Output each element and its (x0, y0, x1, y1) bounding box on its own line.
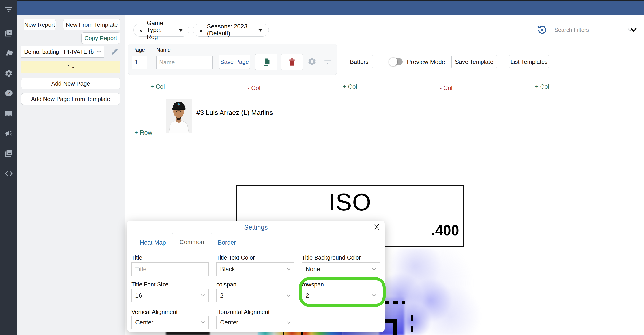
title-text-color-select[interactable]: Black (216, 262, 294, 276)
add-col-button[interactable]: + Col (343, 83, 357, 90)
copy-page-button[interactable] (255, 54, 278, 70)
title-background-color-select[interactable]: None (302, 262, 380, 276)
code-icon[interactable] (4, 169, 13, 178)
settings-modal: Settings Heat Map Common Border Title Ti… (127, 220, 385, 332)
chevron-down-icon (197, 289, 208, 302)
scale-max-value: .400 (431, 222, 459, 239)
report-panel: New Report New From Template Copy Report… (17, 15, 125, 335)
dropdown-triangle-icon (258, 29, 263, 32)
chevron-down-icon (368, 263, 380, 276)
tab-heat-map[interactable]: Heat Map (134, 234, 172, 251)
preview-mode-label: Preview Mode (407, 59, 445, 66)
svg-text:?: ? (8, 91, 10, 96)
title-input[interactable] (132, 262, 209, 276)
filter-chip-seasons[interactable]: Seasons: 2023 (Default) (193, 24, 269, 36)
modal-tabs: Heat Map Common Border (127, 234, 385, 252)
select-value: Black (220, 266, 235, 273)
page-number-input[interactable] (132, 56, 147, 69)
chevron-down-icon (368, 289, 380, 302)
add-col-button[interactable]: + Col (150, 83, 165, 90)
edit-report-icon[interactable] (110, 48, 119, 56)
toggle-knob (389, 58, 398, 66)
player-caption: #3 Luis Arraez (L) Marlins (196, 109, 273, 116)
chevron-down-icon (197, 316, 208, 329)
horizontal-alignment-select[interactable]: Center (216, 316, 294, 329)
page-list-item[interactable]: 1 - (21, 61, 120, 73)
chevron-down-icon (282, 263, 294, 276)
name-label: Name (156, 47, 171, 53)
modal-title: Settings (127, 224, 385, 231)
title-label: Title (132, 254, 209, 261)
rowspan-select[interactable]: 2 (302, 289, 380, 302)
remove-col-button[interactable]: - Col (440, 85, 452, 92)
colspan-select[interactable]: 2 (216, 289, 294, 302)
megaphone-icon[interactable] (4, 129, 13, 138)
new-report-button[interactable]: New Report (24, 19, 56, 30)
gear-icon[interactable] (4, 69, 13, 78)
strike-zone-dashed-line (411, 315, 413, 335)
dropdown-triangle-icon (178, 29, 183, 32)
list-templates-button[interactable]: List Templates (509, 55, 549, 69)
page-filter-icon[interactable] (324, 58, 332, 67)
vertical-alignment-select[interactable]: Center (132, 316, 209, 329)
images-icon[interactable] (4, 149, 13, 158)
select-value: Center (220, 319, 238, 326)
add-row-button[interactable]: + Row (134, 129, 152, 136)
colspan-label: colspan (216, 281, 294, 288)
top-border-line (0, 0, 644, 1)
tab-border[interactable]: Border (212, 234, 242, 251)
remove-filter-icon[interactable] (199, 27, 203, 33)
remove-filter-icon[interactable] (140, 27, 143, 33)
page-name-input[interactable] (156, 56, 212, 69)
search-filters-input[interactable] (551, 24, 626, 36)
preview-mode-toggle[interactable] (390, 58, 402, 66)
add-new-page-button[interactable]: Add New Page (21, 78, 120, 89)
chevron-down-icon (94, 46, 104, 57)
select-value: 2 (306, 292, 309, 299)
remove-col-button[interactable]: - Col (248, 85, 260, 92)
new-from-template-button[interactable]: New From Template (63, 19, 120, 30)
select-value: 16 (135, 292, 142, 299)
app-sidebar: ? (0, 0, 17, 335)
cell-title: ISO (237, 188, 462, 216)
select-value: 2 (220, 292, 224, 299)
chevron-down-icon (282, 289, 294, 302)
delete-page-button[interactable] (281, 54, 303, 70)
title-font-size-label: Title Font Size (132, 281, 209, 288)
video-library-icon[interactable] (4, 29, 13, 38)
select-value: Center (135, 319, 154, 326)
page-label: Page (132, 47, 145, 53)
filter-chip-label: Seasons: 2023 (Default) (207, 23, 254, 37)
book-icon[interactable] (4, 109, 13, 118)
menu-filter-icon[interactable] (4, 5, 13, 14)
cards-icon[interactable] (4, 49, 13, 58)
close-icon[interactable] (373, 223, 380, 230)
vertical-alignment-label: Vertical Alignment (132, 308, 209, 316)
top-navbar (0, 0, 644, 15)
copy-report-button[interactable]: Copy Report (81, 32, 120, 44)
title-font-size-select[interactable]: 16 (132, 289, 209, 302)
title-text-color-label: Title Text Color (216, 254, 294, 261)
report-select[interactable]: Demo: batting - PRIVATE (brad... (21, 46, 104, 58)
filter-chip-game-type[interactable]: Game Type: Reg (134, 24, 189, 36)
add-new-page-from-template-button[interactable]: Add New Page From Template (21, 93, 120, 105)
report-select-value: Demo: batting - PRIVATE (brad... (22, 48, 94, 55)
filter-history-icon[interactable] (537, 25, 547, 35)
chevron-down-icon (282, 316, 294, 329)
collapse-filters-icon[interactable] (629, 26, 638, 34)
horizontal-alignment-label: Horizontal Alignment (216, 308, 294, 316)
page-settings-gear-icon[interactable] (308, 57, 316, 67)
search-filters-box (550, 24, 622, 36)
tab-common[interactable]: Common (172, 233, 212, 252)
save-page-button[interactable]: Save Page (219, 55, 250, 69)
app-screen: ? New Report New From Template Copy Repo… (0, 0, 644, 335)
add-col-button[interactable]: + Col (535, 83, 549, 90)
title-background-color-label: Title Background Color (302, 254, 380, 261)
divider (125, 40, 644, 40)
player-headshot (166, 99, 192, 134)
select-value: None (306, 266, 320, 273)
batters-button[interactable]: Batters (346, 55, 373, 69)
filter-chip-label: Game Type: Reg (147, 20, 174, 40)
help-icon[interactable]: ? (4, 89, 13, 98)
save-template-button[interactable]: Save Template (452, 55, 497, 69)
